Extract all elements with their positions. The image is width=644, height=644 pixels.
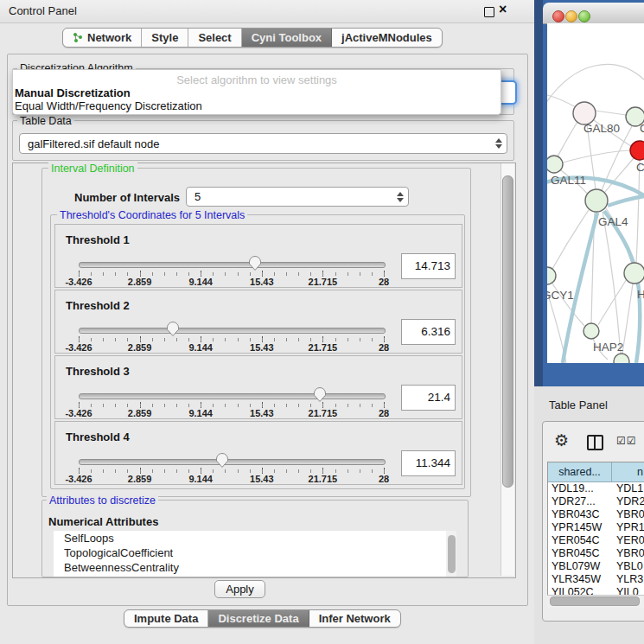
threshold-2-label: Threshold 2	[66, 299, 130, 312]
table-scrollbar-thumb[interactable]	[550, 596, 640, 606]
network-icon	[73, 32, 83, 43]
table-row[interactable]: YBR043CYBR0	[548, 508, 644, 521]
number-of-intervals-combobox[interactable]: 5	[186, 187, 409, 207]
algorithm-item-manual[interactable]: Manual Discretization	[13, 86, 501, 99]
interval-definition-label: Interval Definition	[48, 163, 137, 175]
gear-icon[interactable]: ⚙	[554, 430, 569, 450]
algorithm-item-equal-width[interactable]: Equal Width/Frequency Discretization	[13, 99, 501, 112]
threshold-3-value-field[interactable]: 21.4	[401, 385, 456, 411]
table-data-combobox[interactable]: galFiltered.sif default node	[19, 133, 507, 154]
network-node-H[interactable]	[624, 263, 644, 284]
table-row[interactable]: YDL19...YDL1	[548, 482, 644, 495]
slider-tick-label: -3.426	[65, 474, 92, 484]
control-panel-titlebar: Control Panel ×	[0, 0, 534, 23]
tab-discretize-data[interactable]: Discretize Data	[208, 610, 309, 627]
threshold-1-value-field[interactable]: 14.713	[401, 253, 456, 279]
slider-tick-label: 28	[379, 474, 389, 484]
algorithm-prompt-item[interactable]: Select algorithm to view settings	[13, 70, 501, 86]
slider-minor-ticks	[79, 469, 385, 473]
network-node-GAL4[interactable]	[585, 189, 608, 212]
slider-tick-label: 9.144	[188, 342, 213, 353]
screen: Control Panel × Network Style Select Cyn…	[0, 0, 644, 644]
threshold-3-panel: Threshold 3 21.4 -3.4262.8599.14415.4321…	[54, 355, 462, 419]
threshold-2-slider[interactable]	[79, 328, 386, 334]
network-node-HAP2[interactable]	[583, 323, 599, 339]
slider-tick-label: 28	[379, 342, 389, 353]
table-row[interactable]: YBL079WYBL0	[548, 560, 644, 573]
slider-tick-label: -3.426	[65, 277, 92, 287]
close-panel-icon[interactable]: ×	[499, 2, 507, 17]
threshold-3-slider[interactable]	[79, 393, 386, 399]
threshold-2-panel: Threshold 2 6.316 -3.4262.8599.14415.432…	[54, 290, 462, 354]
network-node-node-selected-red[interactable]	[630, 141, 644, 160]
slider-tick-label: 2.859	[128, 277, 152, 287]
slider-tick-label: 2.859	[128, 474, 152, 484]
slider-tick-label: 15.43	[250, 474, 274, 484]
algorithm-dropdown-popup: Select algorithm to view settings Manual…	[12, 69, 501, 115]
network-window-titlebar[interactable]	[543, 3, 644, 24]
slider-tick-label: 21.715	[309, 342, 338, 353]
table-row[interactable]: YLR345WYLR3	[548, 573, 644, 586]
zoom-traffic-light-icon[interactable]	[578, 10, 590, 22]
minimize-traffic-light-icon[interactable]	[565, 10, 577, 22]
slider-tick-label: 2.859	[128, 342, 152, 353]
attribute-list-item[interactable]: TopologicalCoefficient	[54, 545, 446, 560]
slider-tick-label: 9.144	[188, 277, 213, 287]
network-node-GCY1[interactable]	[547, 267, 556, 284]
threshold-2-slider-thumb[interactable]	[166, 321, 180, 337]
network-node-node-bottom-partial[interactable]	[614, 354, 629, 363]
table-row[interactable]: YER054CYER0	[548, 534, 644, 547]
tab-cyni-toolbox[interactable]: Cyni Toolbox	[242, 29, 332, 47]
number-of-intervals-value: 5	[187, 190, 392, 203]
node-label: H	[637, 288, 644, 301]
slider-tick-label: 28	[379, 277, 389, 287]
column-header-shared-name[interactable]: shared...	[548, 462, 612, 482]
table-row[interactable]: YDR27...YDR2	[548, 495, 644, 508]
threshold-3-slider-thumb[interactable]	[313, 386, 327, 403]
node-label: HAP2	[593, 341, 623, 354]
threshold-2-value-field[interactable]: 6.316	[401, 319, 456, 345]
control-panel-title: Control Panel	[9, 4, 77, 17]
slider-tick-label: 21.715	[309, 277, 338, 287]
node-label: GA	[640, 122, 644, 135]
network-canvas[interactable]: GAL80GACGAL11GAL4GCY1HHAP2	[547, 23, 644, 363]
tab-network[interactable]: Network	[63, 29, 142, 47]
node-label: GCY1	[547, 289, 574, 302]
apply-button[interactable]: Apply	[214, 580, 265, 598]
threshold-1-slider-thumb[interactable]	[248, 255, 262, 271]
select-columns-icon[interactable]: ☑☑	[616, 435, 637, 447]
table-row[interactable]: YPR145WYPR1	[548, 521, 644, 534]
threshold-1-slider[interactable]	[79, 262, 386, 268]
slider-tick-label: 21.715	[309, 474, 338, 484]
attribute-list-item[interactable]: SelfLoops	[54, 531, 446, 545]
column-header-name[interactable]: n	[612, 462, 644, 482]
node-table: shared... n YDL19...YDL1YDR27...YDR2YBR0…	[547, 462, 644, 608]
numerical-attributes-list[interactable]: SelfLoopsTopologicalCoefficientBetweenne…	[54, 531, 446, 577]
tab-style[interactable]: Style	[142, 29, 188, 47]
settings-scrollbar-thumb[interactable]	[502, 175, 513, 488]
bottom-tab-bar: Impute Data Discretize Data Infer Networ…	[124, 609, 401, 628]
tab-infer-network[interactable]: Infer Network	[309, 610, 400, 627]
threshold-4-slider-thumb[interactable]	[215, 452, 229, 469]
threshold-1-label: Threshold 1	[66, 233, 130, 246]
float-panel-icon[interactable]	[484, 7, 494, 17]
tab-impute-data[interactable]: Impute Data	[124, 610, 208, 627]
tab-jactivemnodules[interactable]: jActiveMNodules	[332, 29, 442, 47]
table-data-combobox-value: galFiltered.sif default node	[20, 137, 491, 150]
number-of-intervals-label: Number of Intervals	[74, 191, 180, 204]
network-node-GAL11[interactable]	[547, 156, 563, 173]
attributes-list-scrollbar-thumb[interactable]	[448, 535, 456, 573]
threshold-4-slider[interactable]	[79, 459, 386, 465]
threshold-4-panel: Threshold 4 11.344 -3.4262.8599.14415.43…	[54, 421, 462, 485]
table-row[interactable]: YBR045CYBR0	[548, 547, 644, 560]
slider-tick-label: -3.426	[65, 342, 92, 353]
table-panel-title: Table Panel	[549, 399, 608, 411]
combo-stepper-icon	[491, 138, 507, 149]
split-table-icon[interactable]	[587, 435, 603, 450]
slider-tick-label: 15.43	[250, 277, 274, 287]
thresholds-group-label: Threshold's Coordinates for 5 Intervals	[57, 209, 247, 221]
tab-select[interactable]: Select	[188, 29, 241, 47]
threshold-4-value-field[interactable]: 11.344	[401, 450, 456, 476]
attribute-list-item[interactable]: BetweennessCentrality	[54, 560, 446, 575]
close-traffic-light-icon[interactable]	[552, 10, 564, 22]
